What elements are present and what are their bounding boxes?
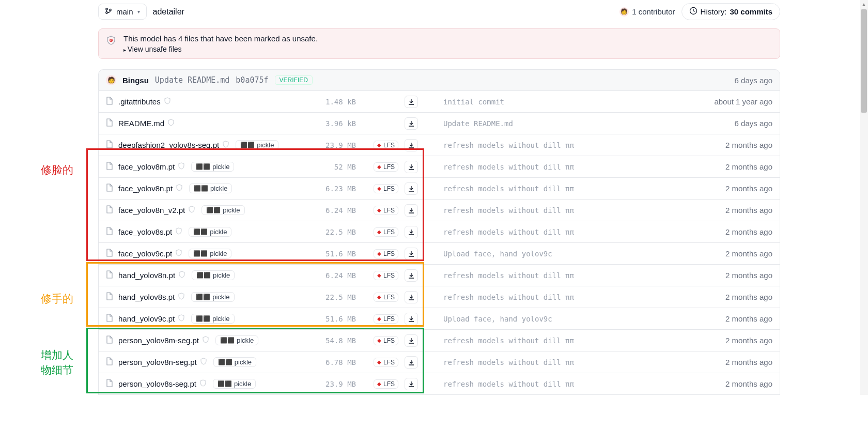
lfs-icon: ◆ (377, 294, 381, 300)
lfs-badge[interactable]: ◆LFS (374, 314, 398, 324)
file-name[interactable]: face_yolov8n_v2.pt (118, 206, 185, 215)
file-name[interactable]: face_yolov8m.pt (118, 162, 175, 171)
safe-icon[interactable] (178, 162, 185, 171)
pickle-badge[interactable]: ⬛⬛pickle (202, 205, 244, 215)
file-name[interactable]: person_yolov8n-seg.pt (118, 358, 197, 366)
file-commit-message[interactable]: refresh models without dill ππ (443, 206, 574, 215)
download-button[interactable] (405, 356, 418, 369)
history-button[interactable]: History: 30 commits (681, 3, 780, 20)
download-button[interactable] (405, 226, 418, 238)
safe-icon[interactable] (178, 271, 185, 280)
download-button[interactable] (405, 269, 418, 282)
file-name[interactable]: hand_yolov8n.pt (118, 271, 175, 280)
file-name[interactable]: face_yolov8n.pt (118, 184, 173, 193)
safe-icon[interactable] (175, 227, 182, 236)
scrollbar-thumb[interactable] (861, 9, 867, 113)
download-button[interactable] (405, 248, 418, 260)
download-button[interactable] (405, 161, 418, 173)
safe-icon[interactable] (188, 206, 195, 215)
file-commit-message[interactable]: refresh models without dill ππ (443, 293, 574, 301)
file-commit-message[interactable]: refresh models without dill ππ (443, 380, 574, 388)
file-size: 54.8 MB (309, 337, 356, 345)
file-name[interactable]: person_yolov8m-seg.pt (118, 336, 199, 345)
file-name[interactable]: hand_yolov8s.pt (118, 293, 175, 301)
branch-selector[interactable]: main ▾ (98, 4, 147, 20)
file-commit-message[interactable]: Upload face, hand yolov9c (443, 315, 552, 323)
safe-icon[interactable] (222, 141, 229, 149)
lfs-badge[interactable]: ◆LFS (374, 227, 398, 237)
file-name[interactable]: face_yolov8s.pt (118, 227, 172, 236)
file-commit-message[interactable]: refresh models without dill ππ (443, 185, 574, 193)
file-name[interactable]: person_yolov8s-seg.pt (118, 379, 196, 388)
file-name[interactable]: face_yolov9c.pt (118, 249, 172, 258)
lfs-badge[interactable]: ◆LFS (374, 162, 398, 172)
safe-icon[interactable] (199, 379, 207, 388)
safe-icon[interactable] (176, 184, 183, 193)
commit-author[interactable]: Bingsu (122, 76, 149, 85)
lfs-badge[interactable]: ◆LFS (374, 206, 398, 215)
pickle-badge[interactable]: ⬛⬛pickle (213, 379, 256, 389)
safe-icon[interactable] (200, 358, 207, 366)
file-row: face_yolov8s.pt⬛⬛pickle22.5 MB◆LFSrefres… (99, 221, 780, 243)
safe-icon[interactable] (202, 336, 209, 345)
file-commit-message[interactable]: refresh models without dill ππ (443, 228, 574, 236)
file-commit-message[interactable]: refresh models without dill ππ (443, 271, 574, 280)
file-icon (106, 162, 113, 172)
lfs-badge[interactable]: ◆LFS (374, 336, 398, 345)
file-icon (106, 270, 113, 280)
safe-icon[interactable] (178, 314, 185, 323)
download-button[interactable] (405, 204, 418, 217)
safe-icon[interactable] (167, 119, 175, 128)
safe-icon[interactable] (178, 293, 185, 301)
pickle-badge[interactable]: ⬛⬛pickle (192, 270, 235, 280)
download-button[interactable] (405, 117, 418, 130)
lfs-badge[interactable]: ◆LFS (374, 271, 398, 280)
pickle-badge[interactable]: ⬛⬛pickle (213, 357, 256, 367)
commit-message[interactable]: Update README.md (155, 75, 230, 85)
safe-icon[interactable] (175, 249, 182, 258)
pickle-badge[interactable]: ⬛⬛pickle (236, 140, 278, 150)
file-name[interactable]: hand_yolov9c.pt (118, 314, 175, 323)
pickle-badge[interactable]: ⬛⬛pickle (189, 184, 232, 193)
file-commit-message[interactable]: refresh models without dill ππ (443, 337, 574, 345)
scroll-up-icon[interactable]: ▲ (860, 0, 868, 8)
file-commit-message[interactable]: Upload face, hand yolov9c (443, 250, 552, 258)
download-button[interactable] (405, 182, 418, 195)
lfs-badge[interactable]: ◆LFS (374, 249, 398, 258)
lfs-icon: ◆ (377, 207, 381, 213)
lfs-label: LFS (383, 185, 395, 192)
download-button[interactable] (405, 313, 418, 325)
download-button[interactable] (405, 139, 418, 151)
file-commit-message[interactable]: refresh models without dill ππ (443, 358, 574, 366)
repo-name[interactable]: adetailer (153, 7, 184, 17)
file-commit-message[interactable]: refresh models without dill ππ (443, 141, 574, 149)
file-commit-message[interactable]: refresh models without dill ππ (443, 163, 574, 171)
file-commit-message[interactable]: initial commit (443, 98, 504, 106)
pickle-badge[interactable]: ⬛⬛pickle (215, 335, 258, 345)
avatar[interactable]: 🧑 (106, 75, 116, 85)
lfs-badge[interactable]: ◆LFS (374, 358, 398, 367)
file-name[interactable]: .gitattributes (118, 97, 161, 106)
download-button[interactable] (405, 291, 418, 303)
lfs-badge[interactable]: ◆LFS (374, 141, 398, 150)
pickle-badge[interactable]: ⬛⬛pickle (189, 249, 231, 258)
safe-icon[interactable] (164, 97, 171, 106)
file-icon (106, 97, 113, 106)
file-commit-message[interactable]: Update README.md (443, 119, 513, 128)
pickle-badge[interactable]: ⬛⬛pickle (189, 227, 231, 237)
file-name[interactable]: deepfashion2_yolov8s-seg.pt (118, 141, 219, 149)
view-unsafe-link[interactable]: View unsafe files (123, 45, 182, 53)
download-button[interactable] (405, 96, 418, 108)
lfs-badge[interactable]: ◆LFS (374, 184, 398, 193)
download-button[interactable] (405, 334, 418, 347)
pickle-badge[interactable]: ⬛⬛pickle (191, 314, 234, 324)
scrollbar[interactable]: ▲ (860, 0, 868, 395)
commit-hash[interactable]: b0a075f (236, 75, 268, 85)
lfs-badge[interactable]: ◆LFS (374, 293, 398, 302)
pickle-badge[interactable]: ⬛⬛pickle (191, 292, 234, 302)
contributors[interactable]: 🧑 1 contributor (619, 7, 675, 17)
file-name[interactable]: README.md (118, 119, 164, 128)
lfs-badge[interactable]: ◆LFS (374, 379, 398, 389)
download-button[interactable] (405, 378, 418, 390)
pickle-badge[interactable]: ⬛⬛pickle (191, 162, 234, 172)
